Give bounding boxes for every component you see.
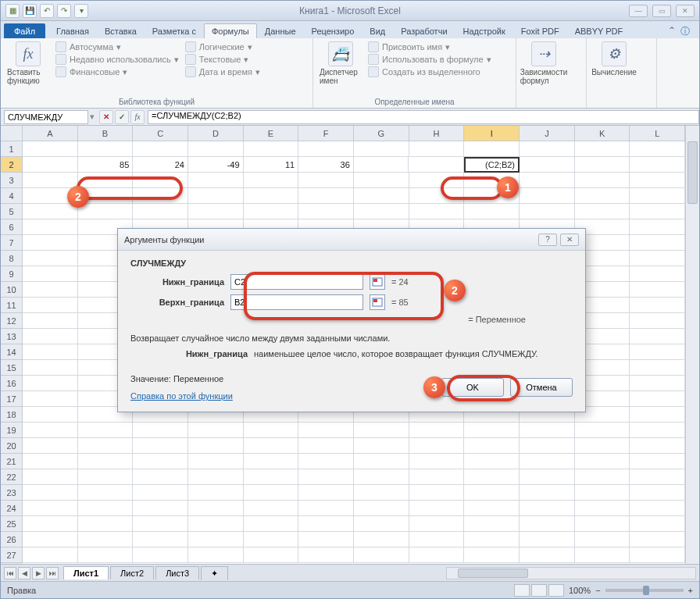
- row-header-7[interactable]: 7: [1, 235, 23, 251]
- cell-H26[interactable]: [409, 532, 465, 547]
- row-header-24[interactable]: 24: [1, 501, 23, 516]
- cell-I25[interactable]: [464, 516, 520, 532]
- cell-H19[interactable]: [409, 423, 465, 438]
- cell-A27[interactable]: [23, 547, 78, 563]
- cell-C21[interactable]: [133, 454, 188, 469]
- cell-A12[interactable]: [23, 313, 78, 329]
- tab-developer[interactable]: Разработчи: [393, 23, 455, 38]
- cell-H21[interactable]: [409, 454, 465, 469]
- fx-button[interactable]: fx: [130, 110, 145, 124]
- col-header-J[interactable]: J: [520, 126, 575, 141]
- cell-H2[interactable]: [409, 157, 464, 173]
- cell-F20[interactable]: [298, 438, 354, 454]
- cell-L8[interactable]: [630, 251, 685, 266]
- hscroll-thumb[interactable]: [458, 569, 528, 578]
- cell-C1[interactable]: [133, 141, 188, 157]
- sheet-nav-prev-icon[interactable]: ◀: [18, 567, 30, 579]
- close-icon[interactable]: ✕: [676, 5, 695, 17]
- help-icon[interactable]: ⓘ: [680, 25, 690, 38]
- cell-L10[interactable]: [630, 282, 685, 298]
- cell-B25[interactable]: [78, 516, 134, 532]
- cell-H23[interactable]: [409, 485, 465, 501]
- financial-button[interactable]: Финансовые ▾: [55, 66, 179, 77]
- arg2-input[interactable]: [230, 294, 363, 310]
- scrollbar-thumb[interactable]: [688, 141, 698, 204]
- qat-dropdown-icon[interactable]: ▾: [74, 4, 88, 18]
- row-header-20[interactable]: 20: [1, 438, 23, 454]
- cell-A13[interactable]: [23, 329, 78, 344]
- cell-F24[interactable]: [298, 501, 354, 516]
- cell-A17[interactable]: [23, 391, 78, 407]
- cell-K21[interactable]: [575, 454, 630, 469]
- row-header-16[interactable]: 16: [1, 376, 23, 391]
- minimize-icon[interactable]: —: [629, 5, 648, 17]
- create-from-selection-button[interactable]: Создать из выделенного: [368, 66, 491, 77]
- cell-D3[interactable]: [188, 173, 244, 188]
- cell-L11[interactable]: [630, 298, 685, 313]
- cell-J27[interactable]: [520, 547, 575, 563]
- cell-G4[interactable]: [354, 188, 409, 204]
- cell-A20[interactable]: [23, 438, 78, 454]
- cell-J24[interactable]: [520, 501, 575, 516]
- row-header-25[interactable]: 25: [1, 516, 23, 532]
- row-header-22[interactable]: 22: [1, 469, 23, 485]
- vertical-scrollbar[interactable]: [685, 126, 699, 564]
- cell-J21[interactable]: [520, 454, 575, 469]
- col-header-F[interactable]: F: [298, 126, 354, 141]
- cell-L26[interactable]: [630, 532, 685, 547]
- row-header-6[interactable]: 6: [1, 219, 23, 235]
- cell-L4[interactable]: [630, 188, 685, 204]
- cell-J5[interactable]: [520, 204, 575, 219]
- row-header-8[interactable]: 8: [1, 251, 23, 266]
- row-header-9[interactable]: 9: [1, 266, 23, 282]
- cell-G19[interactable]: [354, 423, 409, 438]
- cell-L17[interactable]: [630, 391, 685, 407]
- col-header-G[interactable]: G: [354, 126, 409, 141]
- cell-C23[interactable]: [133, 485, 188, 501]
- tab-home[interactable]: Главная: [48, 23, 97, 38]
- cell-H3[interactable]: [409, 173, 465, 188]
- cell-D22[interactable]: [188, 469, 244, 485]
- cell-A4[interactable]: [23, 188, 78, 204]
- select-all-corner[interactable]: [1, 126, 23, 141]
- cell-I27[interactable]: [464, 547, 520, 563]
- cell-C3[interactable]: [133, 173, 188, 188]
- cell-E25[interactable]: [244, 516, 299, 532]
- cell-L22[interactable]: [630, 469, 685, 485]
- cell-G1[interactable]: [354, 141, 409, 157]
- tab-review[interactable]: Рецензиро: [304, 23, 362, 38]
- formula-input[interactable]: =СЛУЧМЕЖДУ(C2;B2): [148, 110, 699, 124]
- cell-K24[interactable]: [575, 501, 630, 516]
- cell-I3[interactable]: [464, 173, 520, 188]
- cell-J22[interactable]: [520, 469, 575, 485]
- sheet-tab-3[interactable]: Лист3: [155, 566, 199, 579]
- cell-E20[interactable]: [244, 438, 299, 454]
- row-header-18[interactable]: 18: [1, 407, 23, 423]
- cell-H1[interactable]: [409, 141, 465, 157]
- cell-H5[interactable]: [409, 204, 465, 219]
- cell-F1[interactable]: [298, 141, 354, 157]
- cell-H27[interactable]: [409, 547, 465, 563]
- text-button[interactable]: Текстовые ▾: [185, 54, 260, 65]
- cell-L13[interactable]: [630, 329, 685, 344]
- cell-E19[interactable]: [244, 423, 299, 438]
- cell-L18[interactable]: [630, 407, 685, 423]
- row-header-17[interactable]: 17: [1, 391, 23, 407]
- cell-G3[interactable]: [354, 173, 409, 188]
- cell-L14[interactable]: [630, 344, 685, 360]
- cell-B22[interactable]: [78, 469, 134, 485]
- cell-I2[interactable]: (C2;B2): [464, 157, 520, 173]
- cell-D20[interactable]: [188, 438, 244, 454]
- row-header-4[interactable]: 4: [1, 188, 23, 204]
- save-icon[interactable]: 💾: [23, 4, 37, 18]
- cell-K20[interactable]: [575, 438, 630, 454]
- row-header-13[interactable]: 13: [1, 329, 23, 344]
- cancel-formula-button[interactable]: ✕: [99, 110, 113, 124]
- recent-button[interactable]: Недавно использовались ▾: [55, 54, 179, 65]
- cell-K2[interactable]: [575, 157, 630, 173]
- cell-H24[interactable]: [409, 501, 465, 516]
- cell-A1[interactable]: [23, 141, 78, 157]
- col-header-L[interactable]: L: [630, 126, 685, 141]
- cell-F22[interactable]: [298, 469, 354, 485]
- cell-A16[interactable]: [23, 376, 78, 391]
